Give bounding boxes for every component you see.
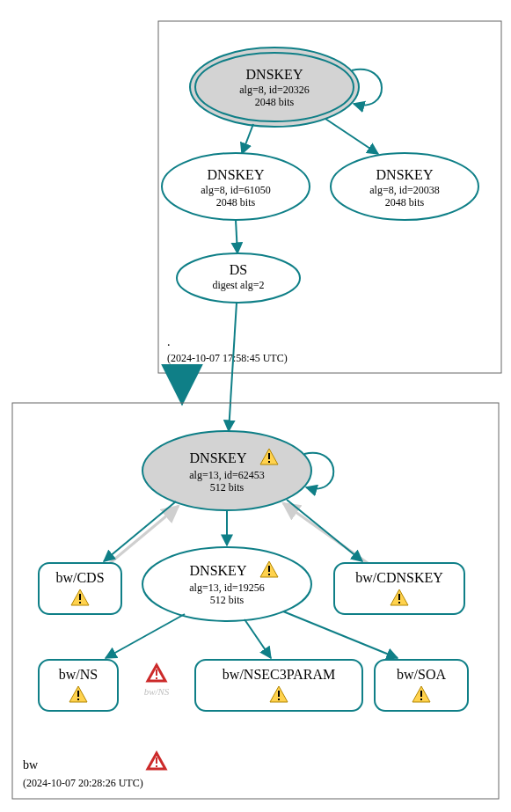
edge-bw-zsk-ns bbox=[106, 614, 185, 658]
node-root-ds: DS digest alg=2 bbox=[177, 253, 300, 303]
zone-root-label: . bbox=[167, 335, 171, 348]
dnssec-graph: . (2024-10-07 17:58:45 UTC) DNSKEY alg=8… bbox=[0, 0, 511, 812]
node-root-ds-title: DS bbox=[230, 262, 247, 277]
svg-rect-27 bbox=[278, 691, 280, 697]
node-root-zsk2-line2: 2048 bits bbox=[385, 196, 425, 208]
node-root-zsk2-line1: alg=8, id=20038 bbox=[369, 184, 440, 196]
node-root-ksk-title: DNSKEY bbox=[246, 67, 303, 82]
svg-rect-20 bbox=[398, 602, 400, 604]
node-root-zsk2: DNSKEY alg=8, id=20038 2048 bits bbox=[331, 153, 478, 220]
zone-root-timestamp: (2024-10-07 17:58:45 UTC) bbox=[167, 352, 288, 364]
edge-bw-ksk-cdnskey bbox=[287, 500, 362, 561]
svg-rect-22 bbox=[77, 691, 79, 697]
edge-root-ksk-zsk1 bbox=[242, 124, 253, 154]
svg-rect-14 bbox=[79, 602, 81, 604]
zone-bw-timestamp: (2024-10-07 20:28:26 UTC) bbox=[23, 777, 143, 789]
edge-bw-zsk-nsec3param bbox=[245, 619, 271, 658]
svg-rect-10 bbox=[268, 453, 270, 459]
node-root-ksk-line2: 2048 bits bbox=[255, 96, 295, 108]
node-root-zsk1-line2: 2048 bits bbox=[216, 196, 256, 208]
svg-rect-8 bbox=[156, 765, 157, 767]
edge-bw-cdnskey-to-ksk bbox=[283, 503, 368, 563]
svg-rect-28 bbox=[278, 699, 280, 700]
node-bw-ns: bw/NS bbox=[39, 660, 118, 711]
edge-bw-ksk-cds bbox=[104, 501, 176, 561]
svg-rect-24 bbox=[156, 669, 157, 676]
svg-rect-17 bbox=[268, 574, 270, 575]
node-bw-ns-ghost-title: bw/NS bbox=[144, 686, 170, 697]
node-bw-zsk-line1: alg=13, id=19256 bbox=[189, 582, 265, 594]
svg-rect-19 bbox=[398, 594, 400, 600]
node-bw-ksk-line1: alg=13, id=62453 bbox=[189, 469, 265, 481]
node-bw-cds: bw/CDS bbox=[39, 563, 121, 614]
node-root-zsk2-title: DNSKEY bbox=[376, 167, 434, 182]
edge-root-ds-bw-ksk bbox=[229, 303, 237, 431]
node-root-zsk1-title: DNSKEY bbox=[208, 167, 265, 182]
node-bw-ksk-line2: 512 bits bbox=[210, 481, 245, 494]
node-bw-soa: bw/SOA bbox=[375, 660, 468, 711]
node-root-zsk1-line1: alg=8, id=61050 bbox=[201, 184, 271, 196]
edge-bw-cds-to-ksk bbox=[110, 506, 179, 563]
node-root-zsk1: DNSKEY alg=8, id=61050 2048 bits bbox=[162, 153, 310, 220]
warning-icon bbox=[148, 753, 165, 769]
edge-root-zsk1-ds bbox=[236, 220, 237, 253]
svg-rect-16 bbox=[268, 566, 270, 572]
svg-rect-23 bbox=[77, 699, 79, 700]
node-bw-ns-title: bw/NS bbox=[59, 667, 98, 682]
node-root-ds-line1: digest alg=2 bbox=[212, 279, 264, 291]
svg-point-5 bbox=[177, 253, 300, 303]
node-bw-nsec3param: bw/NSEC3PARAM bbox=[195, 660, 362, 711]
svg-rect-13 bbox=[79, 594, 81, 600]
svg-rect-30 bbox=[420, 691, 422, 697]
node-root-ksk-line1: alg=8, id=20326 bbox=[239, 84, 310, 96]
svg-rect-11 bbox=[268, 461, 270, 463]
svg-rect-25 bbox=[156, 677, 157, 679]
node-root-ksk: DNSKEY alg=8, id=20326 2048 bits bbox=[190, 48, 359, 127]
zone-bw-label: bw bbox=[23, 758, 39, 772]
node-bw-soa-title: bw/SOA bbox=[397, 667, 446, 682]
node-bw-cdnskey-title: bw/CDNSKEY bbox=[355, 570, 443, 585]
node-bw-zsk: DNSKEY alg=13, id=19256 512 bits bbox=[142, 547, 311, 621]
node-bw-zsk-title: DNSKEY bbox=[190, 563, 247, 578]
svg-rect-31 bbox=[420, 699, 422, 700]
node-bw-cds-title: bw/CDS bbox=[55, 570, 104, 585]
node-bw-ns-ghost: bw/NS bbox=[144, 665, 170, 697]
node-bw-ksk: DNSKEY alg=13, id=62453 512 bits bbox=[142, 431, 311, 510]
svg-rect-7 bbox=[156, 757, 157, 764]
node-bw-nsec3param-title: bw/NSEC3PARAM bbox=[223, 667, 335, 682]
edge-root-ksk-zsk2 bbox=[325, 119, 378, 154]
node-bw-ksk-title: DNSKEY bbox=[190, 450, 247, 465]
warning-icon bbox=[148, 665, 165, 681]
node-bw-cdnskey: bw/CDNSKEY bbox=[334, 563, 464, 614]
node-bw-zsk-line2: 512 bits bbox=[210, 594, 245, 606]
edge-bw-zsk-soa bbox=[283, 611, 398, 658]
